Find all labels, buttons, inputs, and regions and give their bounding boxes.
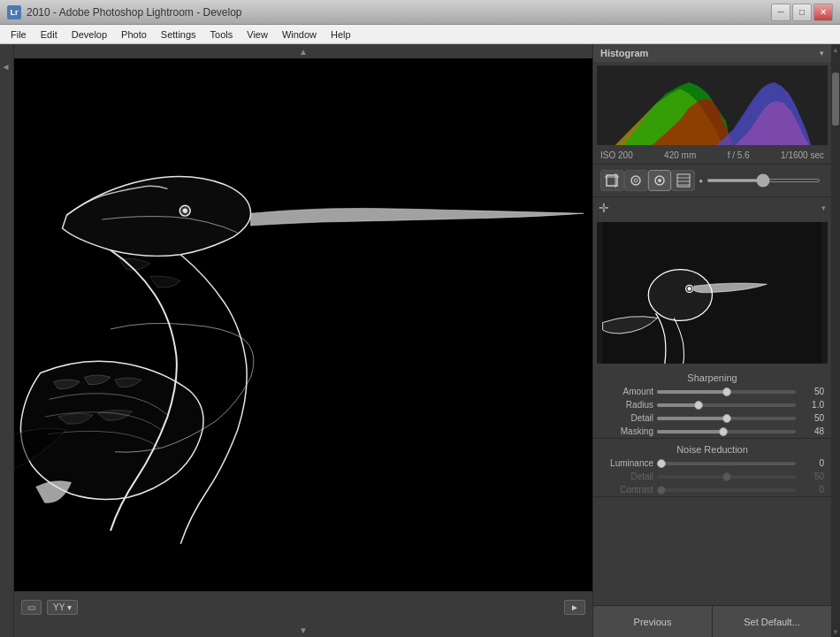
radius-slider[interactable] [657, 403, 796, 407]
svg-point-13 [634, 179, 638, 182]
histogram-title: Histogram [600, 48, 648, 58]
amount-label: Amount [600, 387, 653, 396]
noise-reduction-section: Noise Reduction Luminance 0 Detail [593, 439, 831, 497]
detail-arrow-icon[interactable]: ▾ [821, 203, 826, 212]
tool-slider-area: ● [695, 177, 824, 185]
menu-settings[interactable]: Settings [154, 27, 203, 42]
svg-point-21 [648, 270, 712, 321]
nr-detail-value: 50 [799, 472, 824, 481]
radius-label: Radius [600, 400, 653, 410]
amount-slider[interactable] [657, 390, 796, 394]
amount-value: 50 [799, 387, 824, 396]
previous-button[interactable]: Previous [593, 606, 713, 637]
detail-slider[interactable] [657, 417, 796, 420]
contrast-label: Contrast [600, 485, 653, 495]
tool-icons-row: ● [593, 165, 831, 197]
labels-button[interactable]: YY ▾ [47, 600, 78, 615]
bottom-collapse-bar[interactable]: ▼ [14, 623, 592, 637]
scroll-down-arrow[interactable]: ▼ [831, 626, 840, 637]
histogram-arrow: ▾ [820, 49, 824, 58]
sharpening-section: Sharpening Amount 50 Radius 1.0 [593, 367, 831, 439]
masking-slider[interactable] [657, 430, 796, 434]
app-icon: Lr [7, 5, 21, 19]
shutter-speed: 1/1600 sec [781, 150, 824, 160]
top-collapse-bar[interactable]: ▲ [14, 44, 592, 58]
scroll-thumb[interactable] [832, 73, 839, 126]
histogram-canvas [597, 65, 828, 145]
window-controls: ─ □ ✕ [771, 4, 833, 21]
amount-row: Amount 50 [593, 385, 831, 398]
menu-file[interactable]: File [4, 27, 34, 42]
gradient-filter-button[interactable] [671, 170, 695, 191]
nr-detail-label: Detail [600, 472, 653, 481]
view-mode-button[interactable]: ▭ [21, 600, 42, 615]
slider-icon: ● [699, 177, 703, 185]
histogram-header[interactable]: Histogram ▾ [593, 44, 831, 62]
svg-point-15 [658, 179, 661, 182]
luminance-slider[interactable] [657, 462, 796, 465]
crop-tool-button[interactable] [600, 170, 624, 191]
detail-row: Detail 50 [593, 411, 831, 425]
menu-help[interactable]: Help [324, 27, 358, 42]
scroll-track [831, 55, 840, 626]
bottom-arrow-icon: ▼ [299, 625, 308, 635]
right-arrow-button[interactable]: ► [564, 600, 585, 615]
window-title: 2010 - Adobe Photoshop Lightroom - Devel… [27, 6, 766, 19]
menubar: File Edit Develop Photo Settings Tools V… [0, 25, 840, 44]
preview-thumbnail [597, 222, 828, 364]
redeye-button[interactable] [648, 170, 672, 191]
detail-label: Detail [600, 413, 653, 423]
bird-image [14, 58, 592, 591]
luminance-row: Luminance 0 [593, 457, 831, 470]
tool-slider[interactable] [706, 179, 821, 182]
minimize-button[interactable]: ─ [771, 4, 790, 21]
top-arrow-icon: ▲ [299, 47, 308, 57]
svg-point-12 [631, 176, 640, 185]
contrast-slider[interactable] [657, 488, 796, 492]
svg-rect-0 [14, 66, 592, 584]
center-area: ▲ [14, 44, 592, 637]
maximize-button[interactable]: □ [792, 4, 812, 21]
menu-window[interactable]: Window [275, 27, 324, 42]
focal-length: 420 mm [664, 150, 696, 160]
aperture-value: f / 5.6 [728, 150, 750, 160]
detail-value: 50 [799, 413, 824, 423]
scroll-up-arrow[interactable]: ▲ [831, 44, 840, 55]
radius-value: 1.0 [799, 400, 824, 410]
bottom-buttons: Previous Set Default... [593, 605, 831, 637]
nr-detail-row: Detail 50 [593, 470, 831, 483]
set-default-button[interactable]: Set Default... [713, 606, 831, 637]
nr-detail-slider[interactable] [657, 475, 796, 479]
radius-row: Radius 1.0 [593, 398, 831, 411]
detail-cross-icon[interactable]: ✛ [599, 201, 609, 215]
main-area: ◄ ▲ [0, 44, 840, 637]
labels-text: YY [53, 602, 65, 612]
detail-panel: ✛ ▾ [593, 197, 831, 605]
menu-photo[interactable]: Photo [114, 27, 154, 42]
svg-point-2 [183, 209, 187, 212]
image-bottom-bar: ▭ YY ▾ ► [14, 591, 592, 623]
menu-edit[interactable]: Edit [34, 27, 65, 42]
contrast-value: 0 [799, 485, 824, 495]
menu-develop[interactable]: Develop [65, 27, 114, 42]
right-scrollbar: ▲ ▼ [831, 44, 840, 637]
right-panel: Histogram ▾ [592, 44, 831, 637]
svg-point-23 [688, 288, 691, 290]
spot-removal-button[interactable] [624, 170, 648, 191]
menu-tools[interactable]: Tools [203, 27, 241, 42]
histogram-metadata: ISO 200 420 mm f / 5.6 1/1600 sec [593, 149, 831, 164]
histogram-section: Histogram ▾ [593, 44, 831, 165]
close-button[interactable]: ✕ [813, 4, 833, 21]
masking-value: 48 [799, 426, 824, 436]
noise-reduction-title: Noise Reduction [593, 439, 831, 457]
left-sidebar: ◄ [0, 44, 14, 637]
luminance-label: Luminance [600, 458, 653, 468]
iso-value: ISO 200 [600, 150, 633, 160]
menu-view[interactable]: View [240, 27, 275, 42]
masking-row: Masking 48 [593, 425, 831, 438]
sharpening-title: Sharpening [593, 367, 831, 385]
labels-arrow-icon: ▾ [67, 602, 72, 612]
image-canvas [14, 58, 592, 591]
left-collapse-arrow[interactable]: ◄ [2, 62, 12, 73]
luminance-value: 0 [799, 458, 824, 468]
